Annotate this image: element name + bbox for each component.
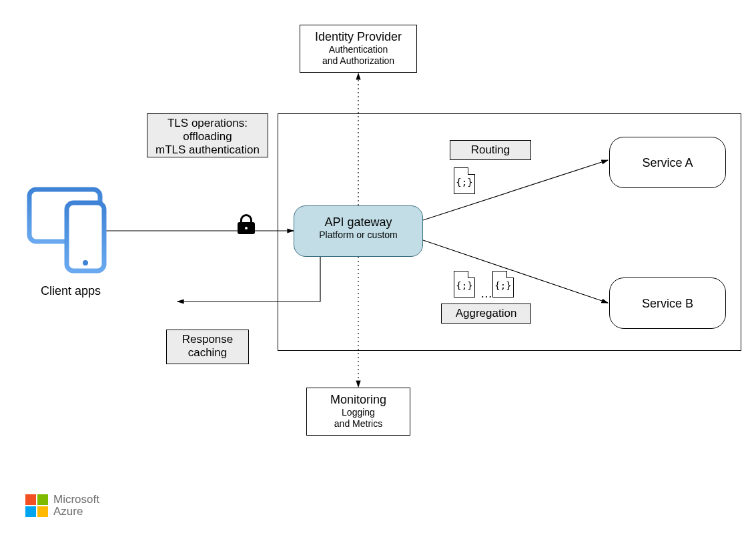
- client-apps-label: Client apps: [37, 284, 104, 298]
- identity-provider-box: Identity Provider Authentication and Aut…: [300, 25, 417, 73]
- api-gateway-sub: Platform or custom: [294, 229, 422, 240]
- azure-logo: Microsoft Azure: [25, 494, 99, 518]
- api-gateway-box: API gateway Platform or custom: [294, 205, 423, 257]
- identity-provider-title: Identity Provider: [300, 29, 416, 44]
- azure-line2: Azure: [53, 506, 99, 518]
- tls-operations-box: TLS operations: offloading mTLS authenti…: [147, 113, 268, 157]
- client-devices-icon: [25, 180, 112, 280]
- service-b-label: Service B: [642, 298, 693, 310]
- azure-text: Microsoft Azure: [53, 494, 99, 518]
- response-caching-line2: caching: [167, 346, 248, 360]
- monitoring-title: Monitoring: [307, 392, 410, 407]
- monitoring-sub2: and Metrics: [307, 418, 410, 430]
- routing-label: Routing: [450, 140, 531, 160]
- monitoring-sub1: Logging: [307, 407, 410, 418]
- file-glyph: {;}: [454, 280, 475, 291]
- azure-logo-icon: [25, 494, 48, 517]
- service-a-label: Service A: [642, 157, 693, 169]
- azure-line1: Microsoft: [53, 494, 99, 506]
- aggregation-file-icon-2: {;}: [492, 271, 514, 298]
- monitoring-box: Monitoring Logging and Metrics: [306, 388, 410, 436]
- tls-line1: TLS operations:: [147, 117, 268, 130]
- diagram-canvas: Identity Provider Authentication and Aut…: [0, 0, 756, 551]
- aggregation-file-icon-1: {;}: [454, 271, 475, 298]
- identity-provider-sub2: and Authorization: [300, 55, 416, 67]
- service-a-box: Service A: [609, 137, 726, 188]
- file-glyph: {;}: [454, 177, 475, 187]
- aggregation-label: Aggregation: [441, 304, 531, 324]
- api-gateway-title: API gateway: [294, 215, 422, 229]
- identity-provider-sub1: Authentication: [300, 44, 416, 55]
- svg-point-7: [83, 260, 88, 265]
- file-glyph: {;}: [492, 280, 514, 291]
- lock-icon: [238, 214, 255, 234]
- response-caching-line1: Response: [167, 333, 248, 346]
- tls-line2: offloading: [147, 130, 268, 143]
- response-caching-box: Response caching: [166, 330, 249, 364]
- aggregation-ellipsis: …: [480, 287, 492, 301]
- tls-line3: mTLS authentication: [147, 143, 268, 157]
- routing-file-icon: {;}: [454, 167, 475, 194]
- service-b-box: Service B: [609, 278, 726, 329]
